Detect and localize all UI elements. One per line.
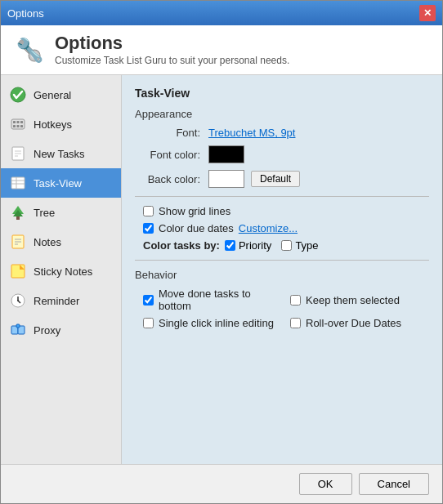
tree-icon bbox=[9, 203, 27, 221]
behavior-grid: Move done tasks to bottom Keep them sele… bbox=[143, 288, 429, 329]
header-subtitle: Customize Task List Guru to suit your pe… bbox=[55, 55, 289, 66]
sidebar-item-sticky-notes[interactable]: Sticky Notes bbox=[1, 256, 121, 286]
sidebar-item-proxy[interactable]: Proxy bbox=[1, 315, 121, 345]
sidebar-label-notes: Notes bbox=[34, 236, 61, 248]
sidebar-label-proxy: Proxy bbox=[34, 324, 60, 337]
behavior-item-rollover: Roll-over Due Dates bbox=[290, 317, 429, 329]
single-click-checkbox[interactable] bbox=[143, 318, 154, 328]
sidebar-item-hotkeys[interactable]: Hotkeys bbox=[1, 109, 121, 139]
color-due-dates-checkbox[interactable] bbox=[143, 223, 154, 234]
sidebar-label-task-view: Task-View bbox=[34, 177, 82, 190]
font-color-label: Font color: bbox=[135, 149, 208, 161]
sidebar-item-task-view[interactable]: Task-View bbox=[1, 168, 121, 198]
svg-rect-17 bbox=[11, 177, 25, 189]
sidebar-item-tree[interactable]: Tree bbox=[1, 198, 121, 227]
sidebar: General Hotkeys bbox=[1, 75, 122, 464]
new-tasks-icon bbox=[9, 145, 27, 163]
svg-rect-11 bbox=[17, 125, 20, 127]
sidebar-label-sticky-notes: Sticky Notes bbox=[34, 265, 92, 278]
color-tasks-label: Color tasks by: bbox=[143, 239, 220, 252]
sidebar-item-new-tasks[interactable]: New Tasks bbox=[1, 139, 121, 168]
appearance-title: Appearance bbox=[135, 108, 429, 120]
sidebar-item-general[interactable]: General bbox=[1, 80, 121, 109]
svg-point-33 bbox=[17, 300, 19, 301]
sidebar-item-notes[interactable]: Notes bbox=[1, 227, 121, 256]
header: 🔧 Options Customize Task List Guru to su… bbox=[1, 25, 442, 75]
single-click-label: Single click inline editing bbox=[159, 317, 274, 329]
rollover-label: Roll-over Due Dates bbox=[306, 317, 401, 329]
header-text: Options Customize Task List Guru to suit… bbox=[55, 33, 289, 66]
header-title: Options bbox=[55, 33, 289, 53]
svg-text:🔧: 🔧 bbox=[16, 37, 44, 64]
content-panel: Task-View Appearance Font: Trebuchet MS,… bbox=[122, 75, 442, 464]
color-due-dates-row: Color due dates Customize... bbox=[143, 222, 429, 234]
title-bar: Options ✕ bbox=[1, 1, 442, 25]
notes-icon bbox=[9, 233, 27, 251]
behavior-title: Behavior bbox=[135, 269, 429, 281]
move-done-label: Move done tasks to bottom bbox=[159, 288, 282, 312]
show-grid-lines-checkbox[interactable] bbox=[143, 206, 154, 216]
section-title: Task-View bbox=[135, 87, 429, 100]
customize-link[interactable]: Customize... bbox=[239, 222, 298, 234]
move-done-checkbox[interactable] bbox=[143, 295, 154, 306]
window-title: Options bbox=[7, 7, 44, 20]
footer: OK Cancel bbox=[1, 464, 442, 503]
keep-selected-label: Keep them selected bbox=[306, 294, 400, 306]
divider-1 bbox=[135, 196, 429, 197]
close-button[interactable]: ✕ bbox=[419, 5, 436, 21]
color-tasks-row: Color tasks by: Priority Type bbox=[143, 239, 429, 252]
back-color-row: Back color: Default bbox=[135, 170, 429, 188]
sidebar-item-reminder[interactable]: Reminder bbox=[1, 286, 121, 315]
reminder-icon bbox=[9, 292, 27, 310]
behavior-item-single-click: Single click inline editing bbox=[143, 317, 282, 329]
default-button[interactable]: Default bbox=[251, 171, 300, 187]
color-due-dates-label: Color due dates bbox=[159, 222, 234, 234]
svg-rect-9 bbox=[20, 121, 23, 123]
svg-rect-7 bbox=[13, 121, 16, 123]
font-link[interactable]: Trebuchet MS, 9pt bbox=[208, 127, 295, 139]
svg-rect-37 bbox=[16, 324, 20, 328]
priority-checkbox[interactable] bbox=[225, 240, 235, 251]
sidebar-label-tree: Tree bbox=[34, 207, 55, 219]
main-area: General Hotkeys bbox=[1, 75, 442, 464]
back-color-label: Back color: bbox=[135, 173, 208, 185]
font-row: Font: Trebuchet MS, 9pt bbox=[135, 127, 429, 139]
font-color-row: Font color: bbox=[135, 145, 429, 163]
ok-button[interactable]: OK bbox=[299, 473, 352, 495]
sidebar-label-reminder: Reminder bbox=[34, 295, 79, 307]
svg-rect-12 bbox=[20, 125, 23, 127]
font-label: Font: bbox=[135, 127, 208, 139]
priority-check: Priority bbox=[225, 239, 271, 252]
sidebar-label-new-tasks: New Tasks bbox=[34, 148, 85, 160]
rollover-checkbox[interactable] bbox=[290, 318, 301, 328]
show-grid-lines-label: Show grid lines bbox=[159, 205, 230, 217]
svg-rect-6 bbox=[11, 119, 25, 129]
divider-2 bbox=[135, 260, 429, 261]
svg-rect-23 bbox=[16, 216, 20, 220]
back-color-swatch[interactable] bbox=[208, 170, 244, 188]
options-window: Options ✕ 🔧 Options Customize Task List … bbox=[0, 0, 443, 504]
svg-rect-28 bbox=[11, 265, 25, 278]
priority-label: Priority bbox=[239, 239, 271, 252]
sidebar-label-hotkeys: Hotkeys bbox=[34, 118, 72, 131]
type-check: Type bbox=[281, 239, 318, 252]
keep-selected-checkbox[interactable] bbox=[290, 295, 301, 306]
type-checkbox[interactable] bbox=[281, 240, 292, 251]
wrench-icon: 🔧 bbox=[12, 33, 45, 66]
sticky-notes-icon bbox=[9, 262, 27, 280]
cancel-button[interactable]: Cancel bbox=[359, 473, 429, 495]
proxy-icon bbox=[9, 321, 27, 339]
svg-rect-8 bbox=[17, 121, 20, 123]
show-grid-lines-row: Show grid lines bbox=[143, 205, 429, 217]
behavior-item-move-done: Move done tasks to bottom bbox=[143, 288, 282, 312]
svg-rect-10 bbox=[13, 125, 16, 127]
behavior-item-keep-selected: Keep them selected bbox=[290, 288, 429, 312]
sidebar-label-general: General bbox=[34, 89, 71, 101]
task-view-icon bbox=[9, 174, 27, 192]
general-icon bbox=[9, 86, 27, 104]
type-label: Type bbox=[295, 239, 318, 252]
hotkeys-icon bbox=[9, 115, 27, 133]
font-color-swatch[interactable] bbox=[208, 145, 244, 163]
